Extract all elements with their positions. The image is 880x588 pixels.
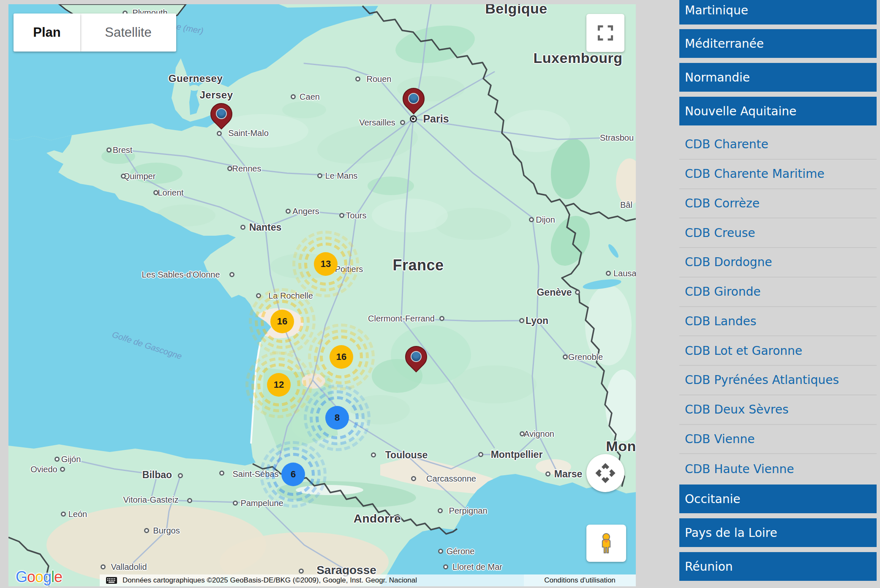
city-dot-lloret-de-mar xyxy=(443,564,448,569)
sidebar-region-nouvelle-aquitaine[interactable]: Nouvelle Aquitaine xyxy=(679,97,877,125)
city-label-lyon: Lyon xyxy=(526,315,548,327)
city-label-le-n: León xyxy=(68,509,87,519)
city-label-grenoble: Grenoble xyxy=(568,352,603,362)
country-label-france: France xyxy=(392,256,444,274)
pan-control[interactable] xyxy=(586,454,624,492)
sidebar-link-cdb-dordogne[interactable]: CDB Dordogne xyxy=(679,248,877,278)
city-dot-carcassonne xyxy=(411,476,416,481)
country-label-jersey: Jersey xyxy=(199,89,233,101)
city-dot-saragosse xyxy=(299,569,304,574)
city-label-b-l: Bâl xyxy=(620,200,632,210)
city-label-burgos: Burgos xyxy=(153,526,180,536)
sidebar-link-cdb-deux-s-vres[interactable]: CDB Deux Sèvres xyxy=(679,395,877,425)
city-label-quimper: Quimper xyxy=(123,172,156,181)
sidebar-region-martinique[interactable]: Martinique xyxy=(679,0,877,24)
city-dot-angers xyxy=(286,209,291,214)
city-dot-perpignan xyxy=(438,508,443,513)
city-label-carcassonne: Carcassonne xyxy=(426,474,476,484)
cluster-marker-6[interactable]: 6 xyxy=(281,463,305,486)
map-canvas[interactable]: Manche (mer)Golfe de GascogneBelgiqueLux… xyxy=(8,4,636,586)
sidebar-link-cdb-landes[interactable]: CDB Landes xyxy=(679,307,877,337)
sidebar-link-cdb-lot-et-garonne[interactable]: CDB Lot et Garonne xyxy=(679,336,877,366)
map-type-control: Plan Satellite xyxy=(14,14,176,52)
city-label-les-sables-d-olonne: Les Sables-d'Olonne xyxy=(142,270,220,280)
city-label-nantes: Nantes xyxy=(249,222,282,233)
page: Manche (mer)Golfe de GascogneBelgiqueLux… xyxy=(0,0,880,588)
city-label-tours: Tours xyxy=(346,211,367,220)
google-logo-letter: e xyxy=(54,568,62,585)
city-dot-marse xyxy=(545,471,550,476)
city-dot-pampelune xyxy=(233,501,238,506)
cluster-marker-16[interactable]: 16 xyxy=(270,310,294,333)
sidebar-link-cdb-charente[interactable]: CDB Charente xyxy=(679,130,877,160)
sidebar-link-cdb-pyr-n-es-atlantiques[interactable]: CDB Pyrénées Atlantiques xyxy=(679,366,877,395)
city-dot-saint-malo xyxy=(217,131,222,136)
pegman-icon xyxy=(597,531,616,555)
city-label-oviedo: Oviedo xyxy=(30,465,57,474)
fullscreen-button[interactable] xyxy=(586,14,624,52)
city-label-saint-malo: Saint-Malo xyxy=(228,128,269,138)
city-label-pampelune: Pampelune xyxy=(240,498,283,508)
city-dot-dijon xyxy=(529,217,534,222)
city-label-lloret-de-mar: Lloret de Mar xyxy=(452,562,502,572)
cluster-marker-12[interactable]: 12 xyxy=(267,373,291,397)
google-logo-letter: o xyxy=(27,568,35,585)
sidebar-link-cdb-creuse[interactable]: CDB Creuse xyxy=(679,218,877,248)
city-label-strasbou: Strasbou xyxy=(600,133,634,143)
city-dot-gen-ve xyxy=(575,290,580,295)
city-label-la-rochelle: La Rochelle xyxy=(268,291,313,301)
keyboard-icon[interactable] xyxy=(106,577,117,584)
sidebar-region-occitanie[interactable]: Occitanie xyxy=(679,485,877,513)
map-type-plan-button[interactable]: Plan xyxy=(14,14,80,52)
city-dot-montpellier xyxy=(478,452,483,457)
city-dot-le-n xyxy=(61,512,66,517)
city-label-saint-s-bas: Saint-Sébas xyxy=(233,469,279,479)
sidebar-region-r-union[interactable]: Réunion xyxy=(679,552,877,581)
sidebar-region-m-diterran-e[interactable]: Méditerranée xyxy=(679,29,877,58)
pin-center-dot xyxy=(411,351,422,362)
sidebar-link-cdb-gironde[interactable]: CDB Gironde xyxy=(679,278,877,307)
city-label-clermont-ferrand: Clermont-Ferrand xyxy=(368,314,435,324)
pan-arrows-icon xyxy=(594,461,617,485)
sidebar-link-cdb-vienne[interactable]: CDB Vienne xyxy=(679,425,877,455)
city-label-versailles: Versailles xyxy=(359,118,395,128)
city-label-toulouse: Toulouse xyxy=(385,449,428,461)
cluster-marker-16[interactable]: 16 xyxy=(330,345,353,369)
city-dot-rennes xyxy=(227,166,232,171)
cluster-marker-13[interactable]: 13 xyxy=(314,252,338,276)
city-dot-lausa xyxy=(606,271,611,276)
city-label-rennes: Rennes xyxy=(232,164,262,174)
google-logo-letter: G xyxy=(16,568,27,585)
sidebar-link-cdb-charente-maritime[interactable]: CDB Charente Maritime xyxy=(679,160,877,189)
city-label-angers: Angers xyxy=(292,207,319,216)
attribution-bar: Données cartographiques ©2025 GeoBasis-D… xyxy=(100,574,524,586)
country-label-belgique: Belgique xyxy=(485,4,548,17)
city-dot-la-rochelle xyxy=(256,293,261,298)
cluster-marker-8[interactable]: 8 xyxy=(325,406,349,430)
location-pin-centre[interactable] xyxy=(405,345,427,374)
google-logo-letter: g xyxy=(43,568,51,585)
sidebar-region-normandie[interactable]: Normandie xyxy=(679,63,877,92)
sidebar-region-pays-de-la-loire[interactable]: Pays de la Loire xyxy=(679,518,877,547)
city-label-gen-ve: Genève xyxy=(537,287,572,298)
city-dot-vitoria-gasteiz xyxy=(187,498,192,503)
city-dot-tours xyxy=(339,213,344,218)
city-dot-lyon xyxy=(519,318,524,323)
city-label-rouen: Rouen xyxy=(367,74,392,84)
city-label-brest: Brest xyxy=(113,145,133,155)
location-pin-saint-malo[interactable] xyxy=(210,102,232,131)
sidebar-link-cdb-corr-ze[interactable]: CDB Corrèze xyxy=(679,189,877,219)
sidebar-link-cdb-haute-vienne[interactable]: CDB Haute Vienne xyxy=(679,454,877,484)
city-dot-lorient xyxy=(153,190,158,195)
map-type-satellite-button[interactable]: Satellite xyxy=(80,14,176,52)
pegman-button[interactable] xyxy=(586,525,626,562)
terms-link[interactable]: Conditions d'utilisation xyxy=(524,574,636,586)
location-pin-paris[interactable] xyxy=(403,87,425,116)
fullscreen-icon xyxy=(597,24,614,41)
google-logo[interactable]: Google xyxy=(16,568,62,586)
city-dot-le-mans xyxy=(317,173,322,178)
country-label-mon: Mon xyxy=(606,438,636,455)
city-dot-versailles xyxy=(400,120,405,125)
city-dot-caen xyxy=(291,94,296,99)
city-dot-valladolid xyxy=(101,564,106,569)
